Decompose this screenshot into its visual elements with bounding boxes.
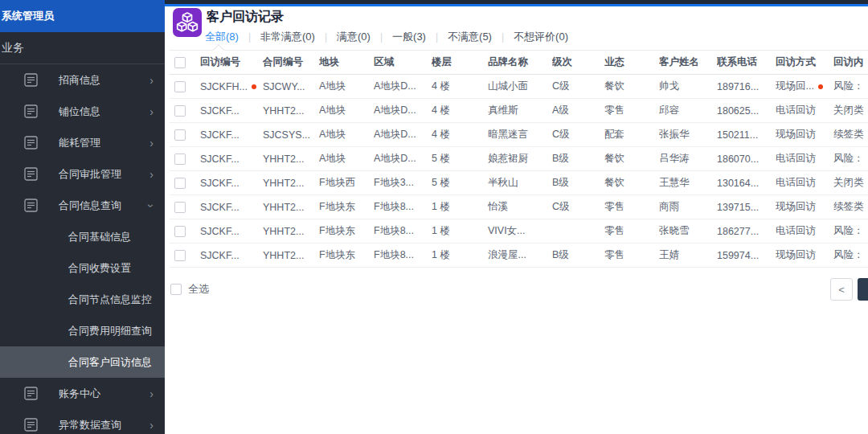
table-cell: 现场回访 [776,244,833,268]
sidebar-item-label: 合同审批管理 [59,167,121,182]
table-cell: 189716... [717,75,776,99]
filter-tab[interactable]: 全部(8) [205,30,239,44]
table-cell: A地块 [319,99,374,123]
cell-text: 餐饮 [604,153,624,164]
header-checkbox[interactable] [174,57,186,68]
cell-text: 暗黑迷言 [488,129,528,140]
table-cell: A地块D... [374,123,432,147]
row-checkbox[interactable] [174,105,186,117]
cell-text: A地块D... [374,129,416,140]
cell-text: C级 [552,80,570,92]
row-checkbox-cell [170,219,200,244]
filter-tab[interactable]: 满意(0) [337,30,371,44]
sidebar-item[interactable]: 合同信息查询› [0,190,165,221]
table-cell: YHHT2... [263,99,319,123]
table-cell: 1 楼 [432,195,488,219]
table-cell: 山城小面 [488,75,552,99]
table-cell: A地块D... [374,147,432,171]
cell-text: A级 [552,104,569,116]
cell-text: 零售 [604,104,624,116]
cell-text: 续签类 [833,201,864,212]
sidebar-subitem[interactable]: 合同费用明细查询 [0,315,165,346]
select-all-checkbox[interactable] [170,284,182,295]
table-cell: 风险： [833,147,868,171]
sidebar-item[interactable]: 能耗管理› [0,127,165,158]
table-cell: B级 [552,171,604,195]
sidebar-item[interactable]: 铺位信息› [0,96,165,127]
row-checkbox[interactable] [174,81,186,92]
table-cell: SJCKF... [200,219,263,244]
table-cell: 续签类 [833,123,868,147]
row-checkbox[interactable] [174,202,186,213]
sidebar-item[interactable]: 异常数据查询› [0,409,165,434]
cell-text: YHHT2... [263,154,304,165]
cell-text: 续签类 [833,129,864,140]
table-cell: 王慧华 [659,171,717,195]
row-checkbox[interactable] [174,129,186,141]
table-cell: 餐饮 [604,171,659,195]
row-checkbox[interactable] [174,226,186,237]
cell-text: F地块东 [319,201,355,212]
table-cell: B级 [552,244,604,268]
row-checkbox[interactable] [174,178,186,189]
cell-text: 139715... [717,202,759,213]
filter-tab[interactable]: 一般(3) [392,30,426,44]
cell-text: 张晓雪 [659,225,690,236]
column-header: 客户姓名 [659,51,717,75]
table-cell: 王婧 [659,244,717,268]
column-header: 回访内 [833,51,868,75]
cell-text: 电话回访 [776,177,816,188]
table-cell: 娘惹裙厨 [488,147,552,171]
sidebar-item-label: 异常数据查询 [59,418,121,432]
sidebar-subitem[interactable]: 合同基础信息 [0,221,165,252]
table-cell: 130164... [717,171,776,195]
cell-text: 浪漫屋... [488,249,526,260]
sidebar-item[interactable]: 合同审批管理› [0,158,165,190]
column-header: 合同编号 [263,51,319,75]
row-checkbox[interactable] [174,154,186,165]
cell-text: 怡溪 [488,201,508,212]
filter-tab[interactable]: 不想评价(0) [514,30,568,44]
pagination-current-page[interactable] [858,278,868,301]
sidebar-item[interactable]: 招商信息› [0,64,165,96]
cell-text: VIVI女... [488,225,526,236]
chevron-right-icon: › [149,420,154,431]
table-cell: 配套 [604,123,659,147]
cell-text: 现场回访 [776,129,816,140]
filter-tab[interactable]: 不满意(5) [448,30,492,44]
table-row: SJCKF...YHHT2...F地块东F地块8...1 楼VIVI女...零售… [170,219,868,244]
cell-text: B级 [552,153,569,164]
table-cell: 关闭类 [833,99,868,123]
table-cell: 4 楼 [432,123,488,147]
table-cell: A地块 [319,147,374,171]
table-cell: SJCKFH... [200,75,263,99]
cell-text: 邱容 [659,104,679,116]
column-header: 级次 [552,51,604,75]
sidebar-subitem-active[interactable]: 合同客户回访信息 [0,346,165,378]
filter-tab[interactable]: 非常满意(0) [260,30,315,44]
sidebar-section-business: 业务 [0,32,165,64]
row-checkbox[interactable] [174,250,186,261]
sidebar-subitem-label: 合同节点信息监控 [68,293,152,307]
sidebar-item[interactable]: 账务中心› [0,378,165,409]
cell-text: 现场回访 [776,249,816,260]
page-title: 客户回访记录 [207,9,284,26]
document-icon [24,167,38,181]
sidebar-subitem[interactable]: 合同节点信息监控 [0,284,165,315]
sidebar-subitem[interactable]: 合同收费设置 [0,252,165,284]
table-cell: 续签类 [833,195,868,219]
sidebar-user-header: 系统管理员 [0,0,165,32]
cell-text: YHHT2... [263,226,304,237]
table-cell: 吕华涛 [659,147,717,171]
table-cell: 零售 [604,195,659,219]
sidebar-subitem-label: 合同费用明细查询 [68,324,152,338]
column-header: 回访编号 [200,51,263,75]
table-cell: 4 楼 [432,99,488,123]
table-cell: 张晓雪 [659,219,717,244]
table-cell: 怡溪 [488,195,552,219]
table-cell: 186277... [717,219,776,244]
cell-text: YHHT2... [263,105,304,117]
cell-text: 零售 [604,225,624,236]
cell-text: 餐饮 [604,80,624,92]
pagination-prev-button[interactable]: < [830,278,853,301]
